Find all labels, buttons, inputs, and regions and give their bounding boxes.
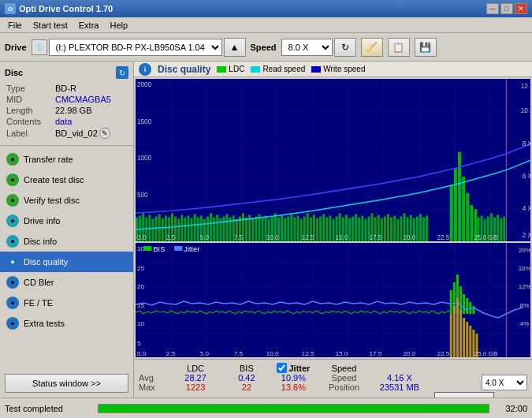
speed-refresh-button[interactable]: ↻ (334, 38, 356, 57)
avg-label: Avg (139, 373, 166, 383)
write-speed-color (311, 66, 321, 73)
svg-text:12.5: 12.5 (302, 234, 314, 241)
jitter-checkbox[interactable] (277, 363, 287, 373)
speed-dropdown-cell: 4.0 X (430, 373, 527, 392)
svg-text:10: 10 (137, 321, 145, 328)
write-speed-legend: Write speed (311, 65, 365, 73)
svg-rect-65 (296, 215, 299, 241)
contents-value: data (55, 117, 127, 126)
svg-rect-52 (255, 216, 257, 241)
maximize-button[interactable]: □ (500, 3, 513, 14)
svg-rect-71 (316, 218, 318, 242)
svg-text:5: 5 (137, 341, 141, 348)
sidebar-item-extra-tests[interactable]: ● Extra tests (0, 313, 133, 334)
svg-rect-111 (470, 205, 473, 241)
svg-rect-188 (174, 246, 182, 251)
copy-button[interactable]: 📋 (388, 38, 410, 57)
svg-rect-43 (226, 214, 229, 241)
svg-rect-167 (453, 306, 456, 357)
status-text: Test completed (5, 404, 91, 413)
svg-rect-33 (194, 214, 196, 241)
sidebar-item-create-test-disc[interactable]: ● Create test disc (0, 170, 133, 190)
chart-title: Disc quality (158, 64, 210, 75)
svg-text:10.0: 10.0 (266, 351, 279, 358)
menu-file[interactable]: File (3, 19, 27, 32)
speed-select-stats[interactable]: 4.0 X (482, 375, 527, 390)
svg-text:500: 500 (137, 192, 148, 199)
save-button[interactable]: 💾 (415, 38, 437, 57)
label-edit-icon[interactable]: ✎ (99, 128, 110, 139)
menu-extra[interactable]: Extra (74, 19, 104, 32)
sidebar-item-disc-quality[interactable]: ● Disc quality (0, 252, 133, 272)
status-window-button[interactable]: Status window >> (5, 374, 128, 393)
svg-text:16%: 16% (519, 266, 530, 273)
svg-text:12.5: 12.5 (302, 351, 314, 358)
speed-label: Speed (251, 43, 277, 52)
sidebar-item-cd-bler[interactable]: ● CD Bler (0, 272, 133, 293)
sidebar-item-fe-te[interactable]: ● FE / TE (0, 293, 133, 313)
menu-start-test[interactable]: Start test (28, 19, 73, 32)
disc-label-label: Label (6, 128, 54, 139)
total-bis: 159119 (225, 392, 269, 397)
cd-bler-label: CD Bler (24, 278, 54, 287)
th-speed-val (370, 363, 430, 373)
svg-rect-76 (332, 219, 334, 242)
svg-text:BIS: BIS (153, 246, 165, 254)
read-speed-color (251, 66, 260, 73)
total-jitter-empty (269, 392, 318, 397)
mid-label: MID (6, 95, 54, 104)
th-bis: BIS (225, 363, 269, 373)
sidebar-item-verify-test-disc[interactable]: ● Verify test disc (0, 190, 133, 211)
svg-text:25.0 GB: 25.0 GB (474, 351, 497, 358)
transfer-rate-label: Transfer rate (24, 155, 73, 164)
svg-rect-97 (400, 216, 402, 241)
drive-select[interactable]: (I:) PLEXTOR BD-R PX-LB950SA 1.04 (49, 39, 222, 56)
svg-text:8%: 8% (520, 303, 530, 310)
disc-label-value: BD_vid_02 ✎ (55, 128, 127, 139)
svg-text:17.5: 17.5 (370, 234, 382, 241)
avg-bis: 0.42 (225, 373, 269, 383)
max-ldc: 1223 (166, 383, 225, 392)
drive-info-label: Drive info (24, 216, 60, 226)
svg-rect-74 (326, 218, 328, 242)
svg-text:5.0: 5.0 (200, 351, 210, 358)
disc-quality-chart-icon: i (139, 63, 151, 76)
svg-rect-107 (454, 169, 457, 242)
charts-container: 12 X 10 X 8 X 6 X 4 X 2 X 2000 1500 1000… (134, 77, 532, 359)
sidebar: Disc ↻ Type BD-R MID CMCMAGBA5 Length 22… (0, 62, 134, 397)
sidebar-item-disc-info[interactable]: ● Disc info (0, 231, 133, 252)
svg-text:5.0: 5.0 (200, 234, 210, 241)
total-ldc: 10644934 (166, 392, 225, 397)
drive-up-button[interactable]: ▲ (224, 38, 246, 57)
title-bar: O Opti Drive Control 1.70 — □ ✕ (0, 0, 532, 17)
svg-text:1500: 1500 (137, 118, 152, 125)
svg-rect-83 (355, 214, 357, 241)
svg-rect-30 (184, 218, 186, 242)
svg-rect-60 (281, 215, 283, 241)
upper-chart-svg: 12 X 10 X 8 X 6 X 4 X 2 X 2000 1500 1000… (136, 79, 530, 241)
sidebar-item-drive-info[interactable]: ● Drive info (0, 211, 133, 231)
create-test-disc-icon: ● (6, 174, 19, 186)
stats-row-total: Total 10644934 159119 Samples 376104 Sta… (139, 392, 527, 397)
minimize-button[interactable]: — (486, 3, 499, 14)
svg-rect-81 (348, 218, 351, 242)
svg-rect-84 (358, 218, 360, 242)
start-full-button[interactable]: Start full (434, 392, 494, 397)
sidebar-item-transfer-rate[interactable]: ● Transfer rate (0, 149, 133, 170)
menu-help[interactable]: Help (105, 19, 132, 32)
speed-select[interactable]: 8.0 X (281, 39, 333, 56)
svg-rect-103 (419, 214, 422, 241)
start-buttons-cell: Start full Start part (430, 392, 527, 397)
create-test-disc-label: Create test disc (24, 175, 84, 185)
verify-test-disc-icon: ● (6, 194, 19, 207)
close-button[interactable]: ✕ (515, 3, 527, 14)
svg-text:22.5: 22.5 (437, 351, 449, 358)
type-value: BD-R (55, 84, 127, 93)
stats-area: LDC BIS Jitter Speed (134, 359, 532, 397)
svg-text:2000: 2000 (137, 81, 152, 88)
disc-table: Type BD-R MID CMCMAGBA5 Length 22.98 GB … (5, 82, 128, 140)
stats-row-avg: Avg 28.27 0.42 10.9% Speed 4.16 X 4.0 X (139, 373, 527, 383)
svg-rect-39 (213, 218, 215, 242)
disc-refresh-icon[interactable]: ↻ (116, 66, 128, 79)
erase-button[interactable]: 🧹 (361, 38, 383, 57)
